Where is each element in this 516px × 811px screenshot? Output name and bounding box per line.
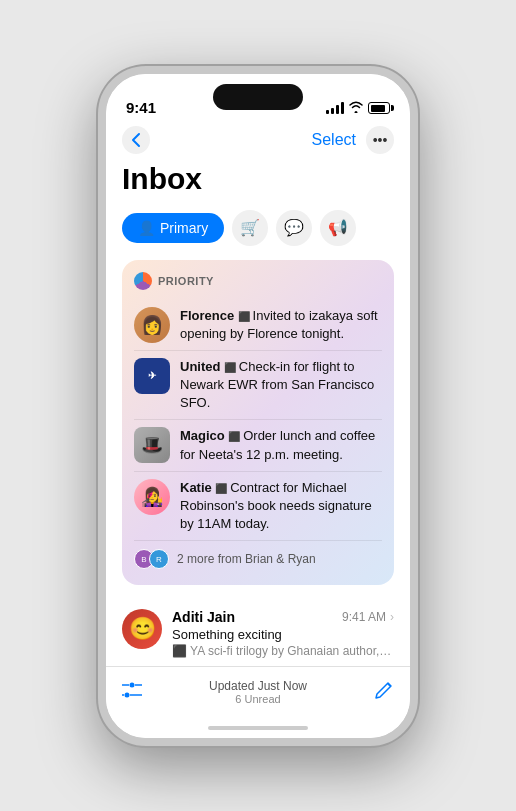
priority-dot-icon xyxy=(134,272,152,290)
phone-frame: 9:41 xyxy=(98,66,418,746)
updated-text: Updated Just Now xyxy=(209,679,307,693)
sender-name-united: United xyxy=(180,359,220,374)
compose-button[interactable] xyxy=(374,680,394,705)
signal-bars-icon xyxy=(326,102,344,114)
nav-right: Select ••• xyxy=(312,126,394,154)
more-text: 2 more from Brian & Ryan xyxy=(177,552,316,566)
scan-icon-katie: ⬛ xyxy=(215,483,230,494)
priority-header: PRIORITY xyxy=(134,272,382,290)
priority-section: PRIORITY 👩 Florence ⬛ Invited to izakaya… xyxy=(122,260,394,586)
select-button[interactable]: Select xyxy=(312,131,356,149)
scan-icon-united: ⬛ xyxy=(224,362,239,373)
dynamic-island xyxy=(213,84,303,110)
filter-tabs: 👤 Primary 🛒 💬 📢 xyxy=(122,210,394,246)
priority-item-florence[interactable]: 👩 Florence ⬛ Invited to izakaya soft ope… xyxy=(134,300,382,351)
home-bar xyxy=(208,726,308,730)
promotions-icon: 📢 xyxy=(328,218,348,237)
battery-icon xyxy=(368,102,390,114)
avatar-katie: 👩‍🎤 xyxy=(134,479,170,515)
priority-text-magico: Magico ⬛ Order lunch and coffee for Neet… xyxy=(180,427,382,463)
bottom-bar: Updated Just Now 6 Unread xyxy=(106,666,410,718)
tab-shopping[interactable]: 🛒 xyxy=(232,210,268,246)
back-button[interactable] xyxy=(122,126,150,154)
sender-name-katie: Katie xyxy=(180,480,212,495)
svg-point-0 xyxy=(130,682,135,687)
bottom-center: Updated Just Now 6 Unread xyxy=(209,679,307,705)
priority-label: PRIORITY xyxy=(158,275,214,287)
message-icon: 💬 xyxy=(284,218,304,237)
tab-primary-label: Primary xyxy=(160,220,208,236)
tab-primary[interactable]: 👤 Primary xyxy=(122,213,224,243)
avatar-united: ✈ xyxy=(134,358,170,394)
more-button[interactable]: ••• xyxy=(366,126,394,154)
avatar-aditi: 😊 xyxy=(122,609,162,649)
avatar-florence: 👩 xyxy=(134,307,170,343)
email-time-aditi: 9:41 AM xyxy=(342,610,386,624)
priority-item-magico[interactable]: 🎩 Magico ⬛ Order lunch and coffee for Ne… xyxy=(134,420,382,471)
more-avatars: B R xyxy=(134,549,169,569)
priority-text-katie: Katie ⬛ Contract for Michael Robinson's … xyxy=(180,479,382,534)
tab-promotions[interactable]: 📢 xyxy=(320,210,356,246)
status-time: 9:41 xyxy=(126,99,156,116)
status-icons xyxy=(326,101,390,116)
scan-icon-florence: ⬛ xyxy=(238,311,253,322)
more-row[interactable]: B R 2 more from Brian & Ryan xyxy=(134,541,382,573)
svg-point-3 xyxy=(125,692,130,697)
chevron-right-icon-aditi: › xyxy=(390,610,394,624)
wifi-icon xyxy=(349,101,363,116)
priority-text-florence: Florence ⬛ Invited to izakaya soft openi… xyxy=(180,307,382,343)
unread-count: 6 Unread xyxy=(209,693,307,705)
person-icon: 👤 xyxy=(138,220,155,236)
email-content-aditi: Aditi Jain 9:41 AM › Something exciting … xyxy=(172,609,394,658)
email-item-aditi[interactable]: 😊 Aditi Jain 9:41 AM › Something excitin… xyxy=(122,599,394,665)
priority-text-united: United ⬛ Check-in for flight to Newark E… xyxy=(180,358,382,413)
mini-avatar-ryan: R xyxy=(149,549,169,569)
avatar-magico: 🎩 xyxy=(134,427,170,463)
email-header-aditi: Aditi Jain 9:41 AM › xyxy=(172,609,394,625)
email-time-row-aditi: 9:41 AM › xyxy=(342,610,394,624)
phone-inner: 9:41 xyxy=(106,74,410,738)
scan-icon-magico: ⬛ xyxy=(228,431,243,442)
priority-item-united[interactable]: ✈ United ⬛ Check-in for flight to Newark… xyxy=(134,351,382,421)
content-area: Inbox 👤 Primary 🛒 💬 📢 xyxy=(106,162,410,666)
page-title: Inbox xyxy=(122,162,394,196)
home-indicator xyxy=(106,718,410,738)
email-preview-aditi: ⬛ YA sci-fi trilogy by Ghanaian author, … xyxy=(172,644,394,658)
tab-messages[interactable]: 💬 xyxy=(276,210,312,246)
filter-icon[interactable] xyxy=(122,681,142,704)
email-sender-aditi: Aditi Jain xyxy=(172,609,235,625)
sender-name-magico: Magico xyxy=(180,428,225,443)
email-subject-aditi: Something exciting xyxy=(172,627,394,642)
shopping-icon: 🛒 xyxy=(240,218,260,237)
priority-item-katie[interactable]: 👩‍🎤 Katie ⬛ Contract for Michael Robinso… xyxy=(134,472,382,542)
sender-name-florence: Florence xyxy=(180,308,234,323)
nav-bar: Select ••• xyxy=(106,122,410,162)
